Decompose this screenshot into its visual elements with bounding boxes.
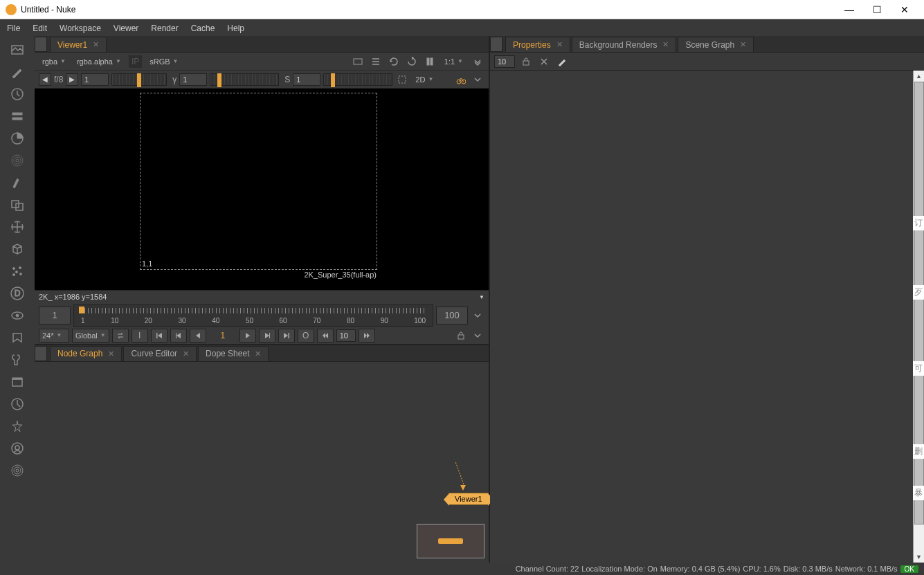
pause-icon[interactable] [423, 55, 437, 69]
filter-tool-icon[interactable] [8, 151, 27, 170]
playhead[interactable] [79, 307, 84, 313]
range-dropdown[interactable]: Global▼ [72, 329, 109, 343]
clear-icon[interactable] [537, 55, 551, 69]
prev-fstop-button[interactable]: ◀ [39, 73, 51, 86]
chevron-down-icon[interactable]: ▼ [479, 294, 484, 300]
tab-dope-sheet[interactable]: Dope Sheet✕ [198, 346, 269, 361]
tab-curve-editor[interactable]: Curve Editor✕ [123, 346, 197, 361]
flare-tool-icon[interactable] [8, 417, 27, 436]
tab-bg-renders[interactable]: Background Renders✕ [572, 37, 677, 52]
frame-end[interactable]: 100 [436, 307, 468, 325]
cara-tool-icon[interactable] [8, 439, 27, 458]
lock-icon[interactable] [454, 329, 468, 343]
minimize-button[interactable]: — [835, 0, 863, 19]
clip-icon[interactable] [351, 55, 365, 69]
s-field[interactable]: 1 [293, 73, 320, 86]
node-graph[interactable]: Viewer1 [35, 362, 489, 563]
menu-cache[interactable]: Cache [191, 24, 215, 33]
next-fstop-button[interactable]: ▶ [66, 73, 78, 86]
frame-start[interactable]: 1 [39, 307, 71, 325]
increment-field[interactable]: 10 [336, 329, 356, 342]
next-key-button[interactable] [259, 329, 275, 343]
time-tool-icon[interactable] [8, 84, 27, 104]
last-frame-button[interactable] [278, 329, 295, 343]
reload-icon[interactable] [405, 55, 419, 69]
other-tool-icon[interactable] [8, 372, 27, 392]
close-icon[interactable]: ✕ [255, 349, 261, 358]
colorspace-dropdown[interactable]: sRGB▼ [146, 55, 181, 69]
gain-slider[interactable] [111, 73, 167, 86]
pane-handle-icon[interactable] [35, 346, 47, 361]
s-slider[interactable] [323, 73, 392, 86]
prev-key-button[interactable] [170, 329, 187, 343]
chevron-down-icon[interactable] [471, 309, 484, 322]
menu-file[interactable]: File [7, 24, 20, 33]
merge-tool-icon[interactable] [8, 195, 27, 215]
tab-nodegraph[interactable]: Node Graph✕ [50, 346, 122, 361]
viewer-viewport[interactable]: 1,1 2K_Super_35(full-ap) [35, 89, 489, 290]
play-back-button[interactable] [190, 329, 206, 343]
scroll-down-icon[interactable]: ▼ [914, 551, 924, 563]
3d-tool-icon[interactable] [8, 239, 27, 259]
max-panels-field[interactable]: 10 [494, 55, 515, 68]
close-button[interactable]: ✕ [891, 0, 918, 19]
menu-workspace[interactable]: Workspace [60, 24, 101, 33]
furnace-tool-icon[interactable] [8, 394, 27, 414]
menu-help[interactable]: Help [227, 24, 244, 33]
play-button[interactable] [239, 329, 256, 343]
viewer-node[interactable]: Viewer1 [449, 493, 489, 505]
chevron-down-icon[interactable] [471, 329, 484, 343]
close-icon[interactable]: ✕ [556, 40, 563, 49]
roi-icon[interactable] [395, 73, 409, 86]
gamma-slider[interactable] [210, 73, 279, 86]
lock-icon[interactable] [519, 55, 533, 69]
color-tool-icon[interactable] [8, 129, 27, 148]
metadata-tool-icon[interactable] [8, 328, 27, 347]
tab-properties[interactable]: Properties✕ [505, 37, 570, 52]
close-icon[interactable]: ✕ [93, 40, 99, 49]
chevron-down-icon[interactable] [471, 73, 484, 86]
current-frame[interactable]: 1 [209, 331, 237, 340]
edit-icon[interactable] [555, 55, 569, 69]
refresh-icon[interactable] [387, 55, 401, 69]
chevron-down-icon[interactable] [471, 55, 484, 69]
transform-tool-icon[interactable] [8, 217, 27, 237]
in-point-button[interactable]: I [132, 329, 148, 343]
dimension-dropdown[interactable]: 2D▼ [412, 73, 437, 86]
menu-edit[interactable]: Edit [33, 24, 47, 33]
image-tool-icon[interactable] [8, 40, 27, 60]
maximize-button[interactable]: ☐ [863, 0, 891, 19]
step-forward-button[interactable] [359, 329, 375, 343]
draw-tool-icon[interactable] [8, 62, 27, 82]
out-point-button[interactable]: O [298, 329, 314, 343]
bike-icon[interactable] [454, 73, 468, 86]
step-back-button[interactable] [317, 329, 334, 343]
first-frame-button[interactable] [151, 329, 167, 343]
pane-handle-icon[interactable] [35, 37, 47, 52]
deep-tool-icon[interactable]: D [8, 284, 27, 303]
tab-scene-graph[interactable]: Scene Graph✕ [678, 37, 754, 52]
close-icon[interactable]: ✕ [108, 349, 114, 358]
zoom-dropdown[interactable]: 1:1▼ [441, 55, 466, 69]
channel-dropdown[interactable]: rgba▼ [39, 55, 69, 69]
ip-toggle[interactable]: IP [129, 55, 142, 68]
close-icon[interactable]: ✕ [740, 40, 746, 49]
minimap[interactable] [417, 524, 484, 558]
gamma-field[interactable]: 1 [179, 73, 207, 86]
gain-field[interactable]: 1 [81, 73, 109, 86]
channel-tool-icon[interactable] [8, 107, 27, 126]
wipe-icon[interactable] [369, 55, 383, 69]
alltools-tool-icon[interactable] [8, 461, 27, 480]
pane-handle-icon[interactable] [490, 37, 502, 52]
toolsets-tool-icon[interactable] [8, 350, 27, 369]
fps-dropdown[interactable]: 24*▼ [39, 329, 69, 343]
alpha-dropdown[interactable]: rgba.alpha▼ [73, 55, 125, 69]
timeline-track[interactable]: 1102030405060708090100 [73, 304, 433, 327]
close-icon[interactable]: ✕ [662, 40, 669, 49]
menu-render[interactable]: Render [151, 24, 178, 33]
loop-icon[interactable] [112, 329, 129, 343]
keyer-tool-icon[interactable] [8, 173, 27, 192]
close-icon[interactable]: ✕ [183, 349, 189, 358]
particles-tool-icon[interactable] [8, 262, 27, 281]
scroll-up-icon[interactable]: ▲ [914, 71, 924, 82]
